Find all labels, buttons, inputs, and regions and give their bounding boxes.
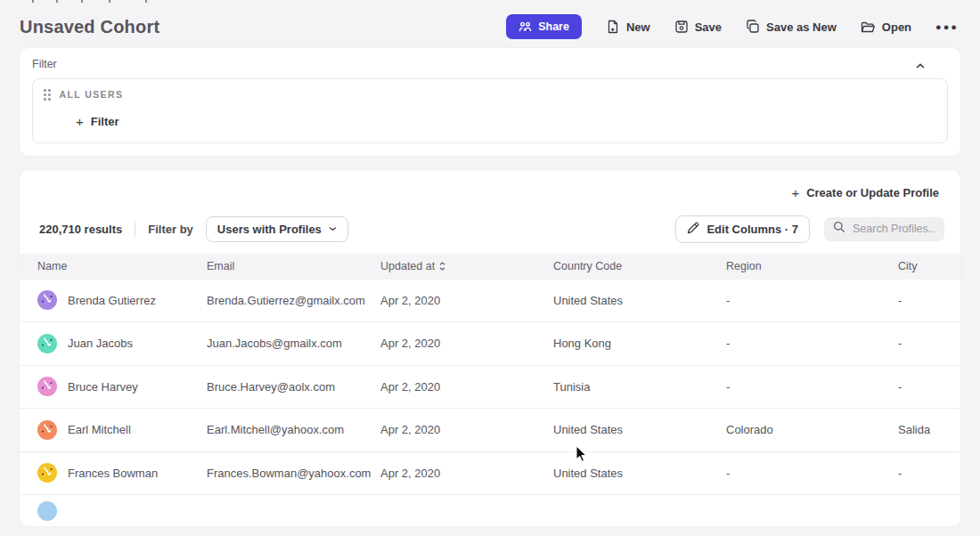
- create-or-update-profile-label: Create or Update Profile: [806, 186, 939, 199]
- plus-icon: +: [791, 186, 799, 199]
- clipped-breadcrumb: [0, 0, 980, 4]
- column-header-updated-at[interactable]: Updated at: [380, 260, 553, 272]
- column-header-email[interactable]: Email: [207, 260, 380, 272]
- profile-email: Bruce.Harvey@aolx.com: [207, 380, 380, 394]
- avatar: [37, 377, 57, 396]
- profile-region: -: [726, 467, 898, 480]
- column-header-city[interactable]: City: [898, 260, 960, 272]
- share-people-icon: [519, 21, 532, 33]
- profiles-filter-dropdown[interactable]: Users with Profiles: [206, 216, 348, 242]
- profile-country-code: United States: [553, 423, 726, 436]
- profile-email: Frances.Bowman@yahoox.com: [207, 467, 380, 480]
- save-as-new-button-label: Save as New: [766, 20, 837, 34]
- results-toolbar: 220,710 results Filter by Users with Pro…: [20, 212, 960, 254]
- profile-updated-at: Apr 2, 2020: [380, 467, 553, 480]
- profile-updated-at: Apr 2, 2020: [380, 294, 553, 307]
- profile-region: -: [726, 380, 898, 394]
- chevron-down-icon: [329, 225, 337, 232]
- table-row[interactable]: Juan Jacobs Juan.Jacobs@gmailx.com Apr 2…: [20, 322, 960, 366]
- profiles-panel: + Create or Update Profile 220,710 resul…: [20, 170, 960, 526]
- open-button-label: Open: [882, 20, 911, 34]
- table-body: Brenda Gutierrez Brenda.Gutierrez@gmailx…: [20, 280, 960, 496]
- filter-panel-label: Filter: [32, 58, 948, 70]
- save-icon: [674, 20, 689, 34]
- copy-icon: [746, 20, 760, 34]
- profile-email: Earl.Mitchell@yahoox.com: [207, 423, 380, 436]
- profile-email: Brenda.Gutierrez@gmailx.com: [207, 294, 380, 307]
- table-row[interactable]: Frances Bowman Frances.Bowman@yahoox.com…: [20, 452, 960, 496]
- new-button[interactable]: New: [606, 20, 650, 34]
- profile-region: -: [726, 294, 898, 307]
- share-button-label: Share: [538, 20, 569, 33]
- search-profiles-box[interactable]: [824, 217, 944, 241]
- share-button[interactable]: Share: [506, 14, 582, 39]
- page-header: Unsaved Cohort Share New: [0, 0, 980, 48]
- avatar: [37, 334, 57, 353]
- open-button[interactable]: Open: [861, 20, 911, 34]
- profile-country-code: United States: [553, 294, 726, 307]
- profile-country-code: Tunisia: [553, 380, 726, 394]
- profile-name: Earl Mitchell: [68, 423, 131, 436]
- table-row[interactable]: Bruce Harvey Bruce.Harvey@aolx.com Apr 2…: [20, 366, 960, 410]
- profile-city: -: [898, 467, 960, 480]
- profile-email: Juan.Jacobs@gmailx.com: [207, 337, 380, 350]
- table-row[interactable]: Earl Mitchell Earl.Mitchell@yahoox.com A…: [20, 409, 960, 452]
- all-users-label: ALL USERS: [60, 89, 124, 100]
- new-button-label: New: [626, 20, 650, 34]
- filter-by-label: Filter by: [148, 223, 193, 236]
- profiles-filter-dropdown-value: Users with Profiles: [217, 223, 322, 236]
- profile-name: Juan Jacobs: [68, 337, 133, 350]
- filter-panel: Filter ALL USERS + Filter: [20, 48, 960, 156]
- search-icon: [833, 221, 845, 237]
- header-actions: Share New Save: [506, 14, 959, 39]
- profile-city: Salida: [898, 423, 960, 436]
- results-count: 220,710 results: [36, 223, 122, 236]
- avatar: [37, 290, 57, 310]
- profile-city: -: [898, 380, 960, 394]
- column-header-region[interactable]: Region: [726, 260, 898, 272]
- divider: [135, 221, 135, 237]
- profile-country-code: United States: [553, 467, 726, 480]
- table-header: Name Email Updated at Country Code Regio…: [20, 254, 960, 280]
- profile-updated-at: Apr 2, 2020: [380, 380, 553, 394]
- save-button-label: Save: [695, 20, 722, 34]
- drag-handle-icon[interactable]: [44, 89, 51, 101]
- save-as-new-button[interactable]: Save as New: [746, 20, 837, 34]
- profile-name: Bruce Harvey: [68, 380, 138, 394]
- profile-region: -: [726, 337, 898, 350]
- profile-updated-at: Apr 2, 2020: [380, 423, 553, 436]
- new-document-icon: [606, 20, 620, 34]
- filter-group: ALL USERS + Filter: [32, 78, 948, 143]
- profile-name: Frances Bowman: [68, 467, 158, 480]
- column-header-country-code[interactable]: Country Code: [553, 260, 726, 272]
- create-or-update-profile-button[interactable]: + Create or Update Profile: [791, 186, 939, 199]
- avatar: [37, 420, 57, 440]
- save-button[interactable]: Save: [674, 20, 722, 34]
- column-header-name[interactable]: Name: [37, 260, 207, 272]
- profile-name: Brenda Gutierrez: [68, 294, 156, 307]
- table-row-partial[interactable]: [20, 501, 960, 516]
- profile-country-code: Hong Kong: [553, 337, 726, 350]
- avatar: [37, 463, 57, 483]
- collapse-chevron-icon[interactable]: [916, 56, 925, 72]
- avatar: [37, 501, 57, 521]
- search-profiles-input[interactable]: [853, 223, 935, 235]
- folder-open-icon: [861, 20, 876, 34]
- profile-city: -: [898, 337, 960, 350]
- table-row[interactable]: Brenda Gutierrez Brenda.Gutierrez@gmailx…: [20, 280, 960, 323]
- edit-columns-button[interactable]: Edit Columns · 7: [675, 215, 810, 243]
- add-filter-button[interactable]: + Filter: [76, 115, 119, 128]
- page-title: Unsaved Cohort: [20, 17, 159, 37]
- pencil-icon: [687, 222, 699, 237]
- more-options-button[interactable]: ●●●: [935, 21, 959, 32]
- profile-city: -: [898, 294, 960, 307]
- profile-updated-at: Apr 2, 2020: [380, 337, 553, 350]
- profile-region: Colorado: [726, 423, 898, 436]
- add-filter-label: Filter: [91, 115, 119, 128]
- plus-icon: +: [76, 115, 84, 128]
- sort-icon[interactable]: [439, 262, 445, 271]
- edit-columns-label: Edit Columns · 7: [706, 223, 798, 236]
